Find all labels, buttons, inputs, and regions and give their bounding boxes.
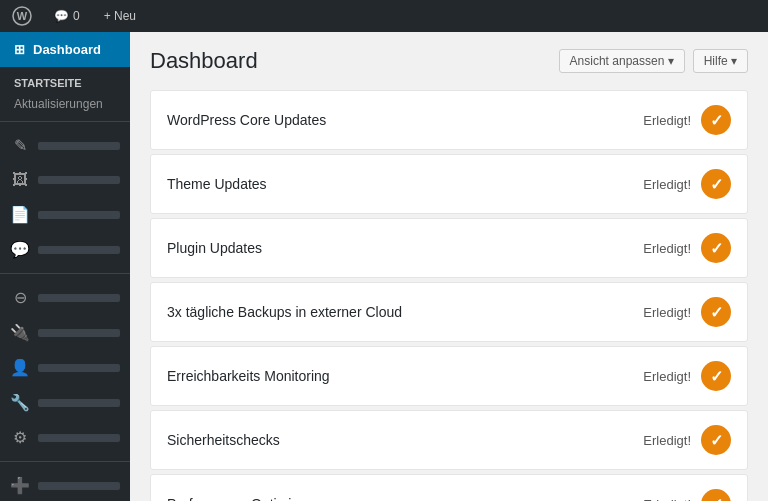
users-bar xyxy=(38,364,120,372)
item-status-3: Erledigt! ✓ xyxy=(643,297,731,327)
comments-icon: 💬 xyxy=(10,240,30,259)
sidebar-item-extra[interactable]: ➕ xyxy=(0,468,130,501)
sidebar-divider-2 xyxy=(0,273,130,274)
item-status-1: Erledigt! ✓ xyxy=(643,169,731,199)
sidebar-dashboard[interactable]: ⊞ Dashboard xyxy=(0,32,130,67)
plugins-bar xyxy=(38,329,120,337)
status-check-6: ✓ xyxy=(701,489,731,501)
aktualisierungen-label: Aktualisierungen xyxy=(14,97,103,111)
item-status-5: Erledigt! ✓ xyxy=(643,425,731,455)
status-text-0: Erledigt! xyxy=(643,113,691,128)
hilfe-button[interactable]: Hilfe ▾ xyxy=(693,49,748,73)
dashboard-items-list: WordPress Core Updates Erledigt! ✓ Theme… xyxy=(150,90,748,501)
item-label-6: Performance Optimierungen xyxy=(167,496,343,501)
dashboard-item: 3x tägliche Backups in externer Cloud Er… xyxy=(150,282,748,342)
sidebar-item-plugins[interactable]: 🔌 xyxy=(0,315,130,350)
sidebar-item-media[interactable]: 🖼 xyxy=(0,163,130,197)
appearance-icon: ⊖ xyxy=(10,288,30,307)
ansicht-button[interactable]: Ansicht anpassen ▾ xyxy=(559,49,685,73)
comments-bar xyxy=(38,246,120,254)
dashboard-icon: ⊞ xyxy=(14,42,25,57)
status-check-4: ✓ xyxy=(701,361,731,391)
status-text-4: Erledigt! xyxy=(643,369,691,384)
comment-icon: 💬 xyxy=(54,9,69,23)
new-label: + Neu xyxy=(104,9,136,23)
dashboard-item: WordPress Core Updates Erledigt! ✓ xyxy=(150,90,748,150)
item-label-2: Plugin Updates xyxy=(167,240,262,256)
layout: ⊞ Dashboard Startseite Aktualisierungen … xyxy=(0,32,768,501)
status-check-3: ✓ xyxy=(701,297,731,327)
main-header: Dashboard Ansicht anpassen ▾ Hilfe ▾ xyxy=(150,48,748,74)
status-check-0: ✓ xyxy=(701,105,731,135)
dashboard-item: Sicherheitschecks Erledigt! ✓ xyxy=(150,410,748,470)
media-icon: 🖼 xyxy=(10,171,30,189)
page-title: Dashboard xyxy=(150,48,258,74)
sidebar-item-appearance[interactable]: ⊖ xyxy=(0,280,130,315)
pages-bar xyxy=(38,211,120,219)
settings-bar xyxy=(38,434,120,442)
startseite-label: Startseite xyxy=(14,77,82,89)
comments-item[interactable]: 💬 0 xyxy=(48,5,86,27)
admin-bar: W 💬 0 + Neu xyxy=(0,0,768,32)
sidebar-item-users[interactable]: 👤 xyxy=(0,350,130,385)
extra-icon: ➕ xyxy=(10,476,30,495)
item-label-0: WordPress Core Updates xyxy=(167,112,326,128)
comment-count: 0 xyxy=(73,9,80,23)
item-label-3: 3x tägliche Backups in externer Cloud xyxy=(167,304,402,320)
extra-bar xyxy=(38,482,120,490)
item-label-5: Sicherheitschecks xyxy=(167,432,280,448)
plugins-icon: 🔌 xyxy=(10,323,30,342)
sidebar-item-pages[interactable]: 📄 xyxy=(0,197,130,232)
pages-icon: 📄 xyxy=(10,205,30,224)
item-status-2: Erledigt! ✓ xyxy=(643,233,731,263)
posts-icon: ✎ xyxy=(10,136,30,155)
main-content: Dashboard Ansicht anpassen ▾ Hilfe ▾ Wor… xyxy=(130,32,768,501)
tools-icon: 🔧 xyxy=(10,393,30,412)
dashboard-label: Dashboard xyxy=(33,42,101,57)
tools-bar xyxy=(38,399,120,407)
header-buttons: Ansicht anpassen ▾ Hilfe ▾ xyxy=(559,49,748,73)
item-status-0: Erledigt! ✓ xyxy=(643,105,731,135)
status-text-1: Erledigt! xyxy=(643,177,691,192)
sidebar-item-comments[interactable]: 💬 xyxy=(0,232,130,267)
sidebar-item-posts[interactable]: ✎ xyxy=(0,128,130,163)
dashboard-item: Theme Updates Erledigt! ✓ xyxy=(150,154,748,214)
item-status-4: Erledigt! ✓ xyxy=(643,361,731,391)
status-text-6: Erledigt! xyxy=(643,497,691,502)
settings-icon: ⚙ xyxy=(10,428,30,447)
status-text-5: Erledigt! xyxy=(643,433,691,448)
dashboard-item: Erreichbarkeits Monitoring Erledigt! ✓ xyxy=(150,346,748,406)
sidebar: ⊞ Dashboard Startseite Aktualisierungen … xyxy=(0,32,130,501)
dashboard-item: Plugin Updates Erledigt! ✓ xyxy=(150,218,748,278)
posts-bar xyxy=(38,142,120,150)
sidebar-item-settings[interactable]: ⚙ xyxy=(0,420,130,455)
sidebar-aktualisierungen[interactable]: Aktualisierungen xyxy=(0,93,130,115)
status-check-5: ✓ xyxy=(701,425,731,455)
users-icon: 👤 xyxy=(10,358,30,377)
wp-logo[interactable]: W xyxy=(8,2,36,30)
dashboard-item: Performance Optimierungen Erledigt! ✓ xyxy=(150,474,748,501)
appearance-bar xyxy=(38,294,120,302)
status-text-2: Erledigt! xyxy=(643,241,691,256)
item-status-6: Erledigt! ✓ xyxy=(643,489,731,501)
sidebar-divider-1 xyxy=(0,121,130,122)
item-label-1: Theme Updates xyxy=(167,176,267,192)
svg-text:W: W xyxy=(17,10,28,22)
status-text-3: Erledigt! xyxy=(643,305,691,320)
item-label-4: Erreichbarkeits Monitoring xyxy=(167,368,330,384)
status-check-2: ✓ xyxy=(701,233,731,263)
media-bar xyxy=(38,176,120,184)
sidebar-divider-3 xyxy=(0,461,130,462)
sidebar-item-tools[interactable]: 🔧 xyxy=(0,385,130,420)
status-check-1: ✓ xyxy=(701,169,731,199)
sidebar-section-start: Startseite xyxy=(0,67,130,93)
new-item[interactable]: + Neu xyxy=(98,5,142,27)
